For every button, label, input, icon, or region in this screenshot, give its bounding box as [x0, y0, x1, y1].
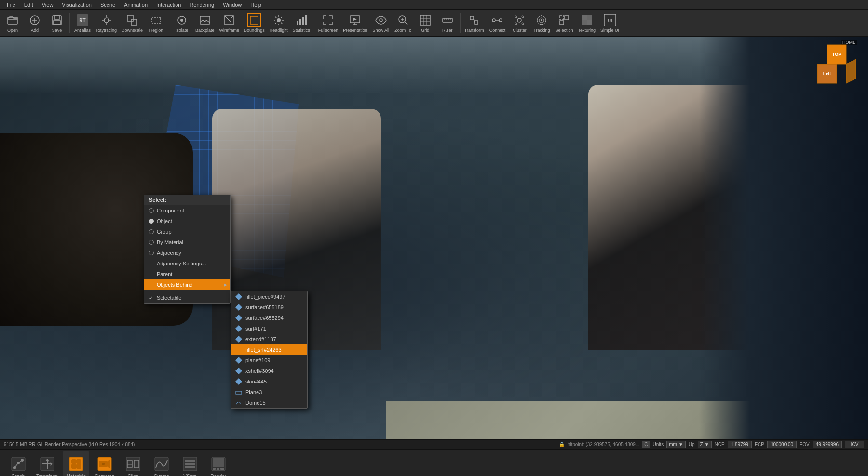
tool-backplate[interactable]: Backplate: [193, 11, 217, 36]
ctx-sub-skin445[interactable]: skin#445: [231, 376, 307, 387]
svg-rect-117: [220, 468, 224, 470]
tool-zoom-to[interactable]: Zoom To: [393, 11, 414, 36]
ctx-adjacency[interactable]: Adjacency: [144, 248, 230, 258]
tool-add[interactable]: Add: [24, 11, 45, 36]
ctx-parent[interactable]: Parent: [144, 269, 230, 279]
svg-rect-111: [185, 463, 195, 465]
up-label: Up: [689, 442, 695, 447]
tool-transform[interactable]: Transform: [462, 11, 486, 36]
tool-simple-ui[interactable]: UI Simple UI: [598, 11, 621, 36]
tool-materials-label: Materials: [66, 474, 86, 476]
ctx-sub-fillet-piece[interactable]: fillet_piece#9497: [231, 291, 307, 302]
ctx-by-material[interactable]: By Material: [144, 237, 230, 248]
tool-tracking[interactable]: Tracking: [531, 11, 552, 36]
svg-rect-19: [200, 16, 210, 24]
ctx-sub-xshell3094[interactable]: xshell#3094: [231, 366, 307, 376]
svg-rect-112: [185, 466, 195, 468]
ctx-objects-behind[interactable]: Objects Behind: [144, 279, 230, 290]
tool-open[interactable]: Open: [2, 11, 23, 36]
svg-line-30: [281, 22, 282, 23]
svg-line-32: [275, 22, 276, 23]
tracking-icon: [535, 13, 548, 27]
tool-render[interactable]: Render: [205, 451, 231, 476]
tool-boundings[interactable]: Boundings: [242, 11, 267, 36]
ctx-object[interactable]: Object: [144, 216, 230, 226]
tool-isolate[interactable]: Isolate: [171, 11, 192, 36]
ctx-sub-fillet-srf24263[interactable]: fillet_srf#24263: [231, 344, 307, 355]
tool-cameras[interactable]: Cameras: [91, 451, 118, 476]
menu-help[interactable]: Help: [246, 1, 265, 9]
svg-rect-46: [420, 15, 430, 25]
tool-connect-label: Connect: [489, 28, 506, 33]
tool-connect[interactable]: Connect: [487, 11, 508, 36]
menu-window[interactable]: Window: [219, 1, 245, 9]
tool-texturing-label: Texturing: [578, 28, 596, 33]
ctx-group[interactable]: Group: [144, 226, 230, 237]
tool-ruler[interactable]: Ruler: [437, 11, 458, 36]
ctx-component[interactable]: Component: [144, 205, 230, 216]
tool-fullscreen[interactable]: Fullscreen: [316, 11, 340, 36]
menu-scene[interactable]: Scene: [96, 1, 119, 9]
up-dropdown[interactable]: Z ▼: [698, 441, 712, 448]
toolbar-sep-1: [69, 13, 70, 33]
svg-rect-51: [443, 18, 452, 22]
tool-save[interactable]: Save: [46, 11, 68, 36]
tool-presentation[interactable]: Presentation: [341, 11, 369, 36]
tool-downscale[interactable]: Downscale: [120, 11, 145, 36]
svg-point-98: [76, 463, 81, 469]
tool-statistics[interactable]: Statistics: [291, 11, 312, 36]
units-dropdown[interactable]: mm ▼: [666, 441, 686, 448]
tool-cluster[interactable]: Cluster: [509, 11, 530, 36]
tool-selection[interactable]: Selection: [553, 11, 575, 36]
tool-headlight[interactable]: Headlight: [268, 11, 290, 36]
ctx-sub-extend1187[interactable]: extend#1187: [231, 334, 307, 344]
tool-curves[interactable]: Curves: [148, 451, 175, 476]
viewcube[interactable]: TOP Left: [815, 42, 858, 86]
save-icon: [50, 13, 64, 27]
menu-animation[interactable]: Animation: [120, 1, 151, 9]
menu-rendering[interactable]: Rendering: [186, 1, 218, 9]
svg-point-65: [515, 23, 517, 25]
viewport[interactable]: HOME TOP Left Select: Component Object: [0, 37, 868, 439]
tool-materials[interactable]: Materials: [63, 451, 89, 476]
tool-antialias[interactable]: RT Antialias: [72, 11, 93, 36]
fov-value[interactable]: 49.999996: [813, 441, 842, 448]
menu-view[interactable]: View: [38, 1, 57, 9]
icv-value[interactable]: ICV: [845, 441, 864, 448]
tool-texturing[interactable]: Texturing: [576, 11, 597, 36]
texturing-icon: [580, 13, 594, 27]
ctx-selectable[interactable]: ✓ Selectable: [144, 292, 230, 303]
ncp-value[interactable]: 1.89799: [728, 441, 752, 448]
svg-text:TOP: TOP: [832, 52, 841, 57]
tool-grid[interactable]: Grid: [415, 11, 436, 36]
tool-vsets[interactable]: VSets: [176, 451, 203, 476]
ctx-sub-dome15[interactable]: Dome15: [231, 397, 307, 408]
menu-visualization[interactable]: Visualization: [58, 1, 95, 9]
ctx-radio-material: [149, 240, 154, 245]
wireframe-icon: [222, 13, 236, 27]
ctx-radio-adjacency: [149, 251, 154, 255]
fcp-value[interactable]: 100000.00: [767, 441, 797, 448]
svg-rect-73: [565, 16, 569, 20]
svg-rect-34: [299, 19, 301, 25]
ctx-sub-plane109[interactable]: plane#109: [231, 355, 307, 366]
ctx-sub-surface655189[interactable]: surface#655189: [231, 302, 307, 313]
svg-marker-101: [108, 460, 110, 468]
tool-clips[interactable]: Clips: [120, 451, 146, 476]
menu-file[interactable]: File: [3, 1, 19, 9]
ctx-sub-surf171[interactable]: surf#171: [231, 323, 307, 334]
submenu-icon-skin: [235, 378, 243, 385]
menu-edit[interactable]: Edit: [20, 1, 37, 9]
tool-raytracing[interactable]: Raytracing: [94, 11, 119, 36]
tool-bottom-transform[interactable]: Transform: [33, 451, 61, 476]
status-right: 🔒 hitpoint: (32.939575, 4605.4809... C U…: [559, 441, 864, 448]
menu-interaction[interactable]: Interaction: [152, 1, 185, 9]
ctx-sub-surface655294[interactable]: surface#655294: [231, 313, 307, 323]
ctx-adjacency-settings[interactable]: Adjacency Settings...: [144, 258, 230, 269]
tool-show-all[interactable]: Show All: [370, 11, 392, 36]
tool-region[interactable]: Region: [146, 11, 167, 36]
tool-antialias-label: Antialias: [74, 28, 91, 33]
ctx-sub-plane3[interactable]: Plane3: [231, 387, 307, 397]
tool-graph[interactable]: Graph: [5, 451, 31, 476]
tool-wireframe[interactable]: Wireframe: [217, 11, 242, 36]
